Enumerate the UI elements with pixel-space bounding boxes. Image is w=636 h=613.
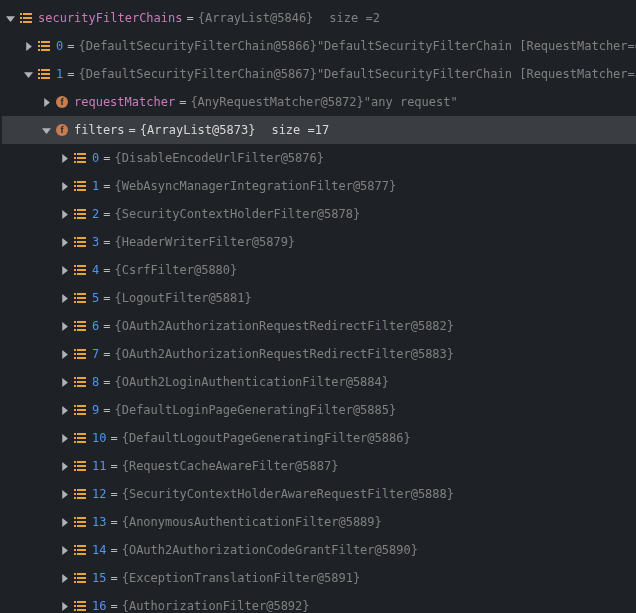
tree-node-filter-0[interactable]: 0 = {DisableEncodeUrlFilter@5876} [2,144,636,172]
chevron-right-icon[interactable] [20,42,36,51]
chevron-right-icon[interactable] [56,294,72,303]
tree-node-filter-12[interactable]: 12 = {SecurityContextHolderAwareRequestF… [2,480,636,508]
svg-rect-68 [74,357,76,359]
tree-node-filter-9[interactable]: 9 = {DefaultLoginPageGeneratingFilter@58… [2,396,636,424]
tree-node-filter-6[interactable]: 6 = {OAuth2AuthorizationRequestRedirectF… [2,312,636,340]
svg-rect-28 [74,181,76,183]
svg-rect-47 [77,265,86,267]
svg-rect-64 [74,349,76,351]
svg-rect-0 [20,13,22,15]
svg-rect-10 [38,49,40,51]
svg-rect-67 [77,353,86,355]
chevron-right-icon[interactable] [56,406,72,415]
chevron-down-icon[interactable] [38,126,54,135]
svg-rect-44 [74,245,76,247]
svg-rect-7 [41,41,50,43]
svg-rect-58 [74,321,76,323]
tree-node-filter-16[interactable]: 16 = {AuthorizationFilter@5892} [2,592,636,613]
index-label: 4 [92,262,99,279]
svg-rect-106 [74,545,76,547]
svg-rect-14 [38,73,40,75]
tree-node-filter-2[interactable]: 2 = {SecurityContextHolderFilter@5878} [2,200,636,228]
list-icon [72,235,88,249]
svg-rect-76 [74,405,76,407]
variable-value: {LogoutFilter@5881} [114,290,251,307]
chevron-right-icon[interactable] [56,602,72,611]
tree-node-filters[interactable]: ffilters = {ArrayList@5873}size = 17 [2,116,636,144]
variable-value: {DisableEncodeUrlFilter@5876} [114,150,324,167]
svg-rect-103 [77,521,86,523]
tree-node-filter-8[interactable]: 8 = {OAuth2LoginAuthenticationFilter@588… [2,368,636,396]
tree-node-filter-3[interactable]: 3 = {HeaderWriterFilter@5879} [2,228,636,256]
tree-node-filter-4[interactable]: 4 = {CsrfFilter@5880} [2,256,636,284]
svg-rect-119 [77,601,86,603]
svg-rect-16 [38,77,40,79]
chevron-right-icon[interactable] [56,266,72,275]
svg-rect-118 [74,601,76,603]
list-icon [72,375,88,389]
svg-rect-104 [74,525,76,527]
svg-rect-92 [74,469,76,471]
svg-rect-114 [74,577,76,579]
svg-rect-4 [20,21,22,23]
debugger-variables-tree[interactable]: securityFilterChains = {ArrayList@5846}s… [0,0,636,613]
variable-value: {RequestCacheAwareFilter@5887} [122,458,339,475]
list-icon [36,67,52,81]
svg-rect-27 [77,161,86,163]
chevron-right-icon[interactable] [56,350,72,359]
svg-rect-11 [41,49,50,51]
tree-node-filter-15[interactable]: 15 = {ExceptionTranslationFilter@5891} [2,564,636,592]
svg-rect-53 [77,293,86,295]
svg-rect-108 [74,549,76,551]
svg-rect-97 [77,493,86,495]
size-value: 17 [315,122,329,139]
chevron-right-icon[interactable] [56,322,72,331]
svg-rect-87 [77,441,86,443]
svg-rect-109 [77,549,86,551]
tree-node-filter-7[interactable]: 7 = {OAuth2AuthorizationRequestRedirectF… [2,340,636,368]
svg-rect-31 [77,185,86,187]
tree-node-chain-0[interactable]: 0 = {DefaultSecurityFilterChain@5866} "D… [2,32,636,60]
chevron-down-icon[interactable] [20,70,36,79]
chevron-right-icon[interactable] [56,238,72,247]
chevron-right-icon[interactable] [56,462,72,471]
svg-rect-56 [74,301,76,303]
tree-node-filter-10[interactable]: 10 = {DefaultLogoutPageGeneratingFilter@… [2,424,636,452]
list-icon [36,39,52,53]
chevron-right-icon[interactable] [56,434,72,443]
svg-rect-15 [41,73,50,75]
chevron-right-icon[interactable] [56,154,72,163]
chevron-right-icon[interactable] [56,574,72,583]
chevron-right-icon[interactable] [38,98,54,107]
tree-node-filter-11[interactable]: 11 = {RequestCacheAwareFilter@5887} [2,452,636,480]
svg-rect-3 [23,17,32,19]
chevron-right-icon[interactable] [56,378,72,387]
tree-node-filter-14[interactable]: 14 = {OAuth2AuthorizationCodeGrantFilter… [2,536,636,564]
svg-rect-79 [77,409,86,411]
svg-rect-115 [77,577,86,579]
tree-node-root[interactable]: securityFilterChains = {ArrayList@5846}s… [2,4,636,32]
variable-value: {AnonymousAuthenticationFilter@5889} [122,514,382,531]
svg-rect-112 [74,573,76,575]
svg-rect-45 [77,245,86,247]
chevron-right-icon[interactable] [56,210,72,219]
chevron-right-icon[interactable] [56,518,72,527]
chevron-right-icon[interactable] [56,490,72,499]
svg-rect-5 [23,21,32,23]
svg-rect-8 [38,45,40,47]
index-label: 12 [92,486,106,503]
tree-node-filter-13[interactable]: 13 = {AnonymousAuthenticationFilter@5889… [2,508,636,536]
variable-value: {ArrayList@5873} [140,122,256,139]
tree-node-request-matcher[interactable]: frequestMatcher = {AnyRequestMatcher@587… [2,88,636,116]
index-label: 0 [92,150,99,167]
tree-node-chain-1[interactable]: 1 = {DefaultSecurityFilterChain@5867} "D… [2,60,636,88]
index-label: 1 [92,178,99,195]
svg-rect-50 [74,273,76,275]
tree-node-filter-1[interactable]: 1 = {WebAsyncManagerIntegrationFilter@58… [2,172,636,200]
tree-node-filter-5[interactable]: 5 = {LogoutFilter@5881} [2,284,636,312]
svg-rect-43 [77,241,86,243]
chevron-right-icon[interactable] [56,546,72,555]
chevron-down-icon[interactable] [2,14,18,23]
chevron-right-icon[interactable] [56,182,72,191]
svg-rect-75 [77,385,86,387]
